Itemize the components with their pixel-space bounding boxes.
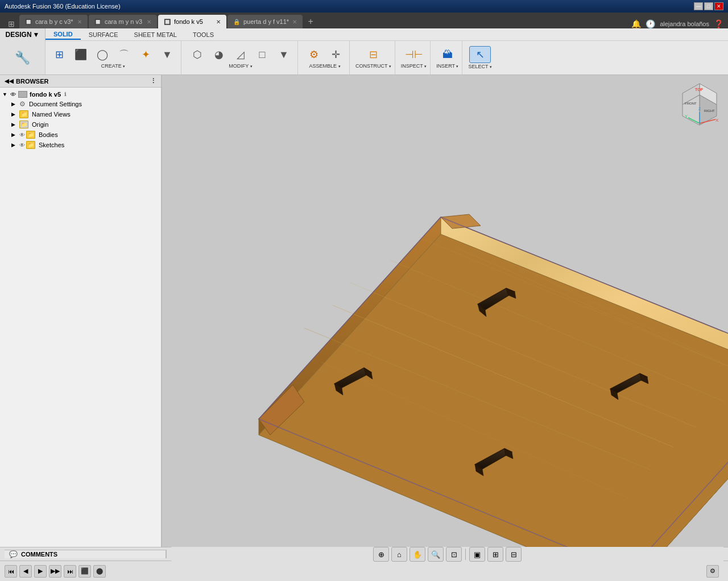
shell-button[interactable]: □ — [252, 47, 272, 63]
svg-text:Y: Y — [685, 114, 688, 118]
tree-expand-icon[interactable]: ▶ — [11, 142, 18, 148]
orbit-button[interactable]: ⊕ — [373, 547, 389, 562]
joint-origin-button[interactable]: ✛ — [325, 47, 346, 63]
assemble-icon-btn[interactable]: ⚙ — [304, 47, 324, 63]
app-title: Autodesk Fusion 360 (Education License) — [5, 3, 121, 10]
home-button[interactable]: ⌂ — [391, 547, 407, 562]
more-create-button[interactable]: ▼ — [157, 47, 177, 63]
svg-text:Z: Z — [698, 107, 701, 111]
tree-item-root[interactable]: ▼ 👁 fondo k v5 ℹ — [0, 90, 161, 99]
browser-title: BROWSER — [16, 78, 48, 85]
tab-cara-myn[interactable]: 🔲 cara m y n v3 ✕ — [89, 15, 157, 28]
rewind-button[interactable]: ⏮ — [5, 565, 17, 578]
tree-eye-icon-bodies[interactable]: 👁 — [19, 132, 25, 138]
tree-item-origin[interactable]: ▶ 📁 Origin — [0, 119, 161, 130]
tree-info-icon[interactable]: ℹ — [64, 92, 66, 97]
tab-surface[interactable]: SURFACE — [81, 30, 126, 39]
new-component-icon: ⊞ — [51, 48, 67, 61]
tree-expand-icon[interactable]: ▶ — [11, 132, 18, 138]
measure-button[interactable]: ⊣⊢ — [404, 47, 424, 63]
tab-icon: 🔲 — [94, 19, 101, 25]
tree-item-bodies[interactable]: ▶ 👁 📁 Bodies — [0, 130, 161, 140]
tab-fondo-k[interactable]: 🔲 fondo k v5 ✕ — [158, 15, 226, 28]
tab-tools[interactable]: TOOLS — [185, 30, 222, 39]
tree-folder-icon-origin: 📁 — [19, 121, 28, 128]
settings-button[interactable]: ⚙ — [706, 565, 719, 578]
tab-close-icon[interactable]: ✕ — [292, 19, 297, 25]
tab-bar: ⊞ 🔲 cara b y c v3* ✕ 🔲 cara m y n v3 ✕ 🔲… — [0, 13, 728, 28]
extrude-button[interactable]: ⬛ — [71, 47, 91, 63]
measure-icon: ⊣⊢ — [406, 48, 422, 61]
construct-plane-icon: ⊟ — [365, 48, 381, 61]
view-options-button[interactable]: ▣ — [469, 547, 485, 562]
fillet-button[interactable]: ◕ — [209, 47, 229, 63]
tree-expand-icon[interactable]: ▶ — [11, 111, 18, 117]
tree-gear-icon: ⚙ — [19, 100, 26, 108]
tab-puerta-dyf[interactable]: 🔒 puerta d y f v11* ✕ — [228, 15, 303, 28]
end-button[interactable]: ⏭ — [64, 565, 76, 578]
press-pull-button[interactable]: ⬡ — [187, 47, 208, 63]
grid-options-button[interactable]: ⊞ — [487, 547, 503, 562]
tree-eye-icon[interactable]: 👁 — [10, 92, 16, 98]
prev-button[interactable]: ◀ — [19, 565, 32, 578]
pan-button[interactable]: ✋ — [410, 547, 425, 562]
tab-close-icon[interactable]: ✕ — [216, 19, 221, 25]
browser-header: ◀◀ BROWSER ⋮ — [0, 75, 161, 88]
tab-close-icon[interactable]: ✕ — [147, 19, 151, 25]
sweep-button[interactable]: ⌒ — [114, 47, 134, 63]
design-button[interactable]: 🔧 — [0, 41, 46, 74]
tab-cara-byc[interactable]: 🔲 cara b y c v3* ✕ — [19, 15, 88, 28]
comments-label: COMMENTS — [21, 551, 57, 558]
display-settings-button[interactable]: ⊟ — [506, 547, 522, 562]
tab-solid[interactable]: SOLID — [46, 30, 81, 40]
zoom-fit-button[interactable]: ⊡ — [446, 547, 462, 562]
new-tab-button[interactable]: + — [304, 15, 317, 28]
chamfer-button[interactable]: ◿ — [230, 47, 251, 63]
tree-item-label-named-views: Named Views — [32, 111, 71, 118]
design-section[interactable]: DESIGN ▼ — [0, 28, 46, 41]
window-controls[interactable]: — □ ✕ — [694, 2, 723, 10]
app-menu-icon[interactable]: ⊞ — [5, 19, 18, 28]
next-button[interactable]: ▶▶ — [49, 565, 61, 578]
tree-expand-icon[interactable]: ▶ — [11, 101, 18, 107]
tree-item-doc-settings[interactable]: ▶ ⚙ Document Settings — [0, 99, 161, 109]
minimize-button[interactable]: — — [694, 2, 703, 10]
tab-close-icon[interactable]: ✕ — [77, 19, 82, 25]
tab-sheet-metal[interactable]: SHEET METAL — [126, 30, 185, 39]
tree-expand-icon[interactable]: ▼ — [2, 92, 9, 97]
close-button[interactable]: ✕ — [714, 2, 723, 10]
tree-item-named-views[interactable]: ▶ 📁 Named Views — [0, 109, 161, 119]
browser-pin-icon[interactable]: ⋮ — [150, 77, 156, 85]
new-component-button[interactable]: ⊞ — [49, 47, 69, 63]
tree-item-label-sketches: Sketches — [39, 142, 64, 148]
nav-controls-left: ⏮ ◀ ▶ ▶▶ ⏭ ⬛ ⬤ — [5, 565, 167, 578]
press-pull-icon: ⬡ — [189, 48, 205, 61]
orientation-cube[interactable]: TOP FRONT RIGHT X Y Z — [677, 81, 722, 126]
construct-plane-button[interactable]: ⊟ — [363, 47, 383, 63]
comments-bar[interactable]: 💬 COMMENTS — [5, 550, 167, 558]
toolbar-icons-row-insert: 🏔 — [437, 47, 458, 63]
revolve-button[interactable]: ◯ — [92, 47, 113, 63]
play-button[interactable]: ▶ — [34, 565, 47, 578]
notifications-icon[interactable]: 🔔 — [631, 19, 641, 28]
select-tool-button[interactable]: ↖ — [469, 46, 491, 63]
insert-group: 🏔 INSERT ▾ — [433, 41, 462, 74]
history-icon[interactable]: 🕐 — [646, 19, 655, 28]
more-modify-button[interactable]: ▼ — [274, 47, 294, 63]
tree-item-sketches[interactable]: ▶ 👁 📁 Sketches — [0, 140, 161, 150]
tree-expand-icon[interactable]: ▶ — [11, 122, 18, 127]
loft-button[interactable]: ✦ — [135, 47, 156, 63]
maximize-button[interactable]: □ — [704, 2, 713, 10]
viewport[interactable]: TOP FRONT RIGHT X Y Z — [162, 75, 728, 547]
extrude-icon: ⬛ — [73, 48, 89, 61]
more-create-icon: ▼ — [159, 48, 175, 61]
insert-image-button[interactable]: 🏔 — [437, 47, 458, 63]
record-button-1[interactable]: ⬛ — [78, 565, 91, 578]
shell-icon: □ — [254, 48, 270, 61]
zoom-button[interactable]: 🔍 — [428, 547, 444, 562]
help-icon[interactable]: ❓ — [714, 19, 723, 28]
browser-collapse-icon[interactable]: ◀◀ — [5, 78, 14, 84]
modify-items: ⬡ ◕ ◿ □ ▼ MODIFY ▾ — [187, 47, 294, 69]
tree-eye-icon-sketches[interactable]: 👁 — [19, 142, 25, 148]
record-button-2[interactable]: ⬤ — [93, 565, 106, 578]
